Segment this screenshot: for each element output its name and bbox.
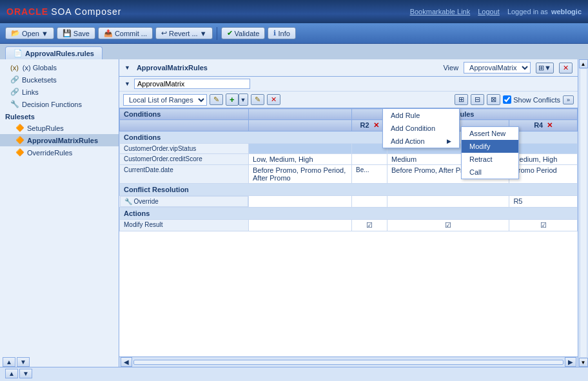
revert-dropdown-icon: ▼ — [200, 30, 207, 37]
sidebar-item-bucketsets[interactable]: 🔗 Bucketsets — [0, 73, 119, 86]
date-r4[interactable]: Promo Period — [509, 165, 578, 184]
vertical-scrollbar-track[interactable] — [580, 68, 587, 358]
credit-score-r2[interactable] — [352, 154, 387, 165]
conditions-values-header — [249, 109, 352, 120]
vip-status-label: CustomerOrder.vipStatus — [120, 144, 249, 154]
action-r4[interactable]: ☑ — [509, 220, 578, 231]
bucketsets-icon: 🔗 — [10, 75, 19, 84]
header-right: Bookmarkable Link Logout Logged in as we… — [410, 8, 582, 15]
sidebar-item-setup-rules[interactable]: 🔶 SetupRules — [0, 122, 119, 134]
add-rule-item[interactable]: Add Rule — [383, 109, 459, 122]
oracle-logo: ORACLESOA Composer — [6, 6, 121, 17]
vip-status-range — [249, 144, 352, 154]
save-button[interactable]: 💾 Save — [57, 27, 95, 39]
sidebar-item-approval-matrix-rules[interactable]: 🔶 ApprovalMatrixRules — [0, 134, 119, 146]
credit-score-r4[interactable]: Medium, High — [509, 154, 578, 165]
collapse-arrow[interactable]: ▼ — [124, 64, 130, 71]
sidebar: (x) (x) Globals 🔗 Bucketsets 🔗 Links 🔧 D… — [0, 59, 119, 367]
add-button[interactable]: + — [226, 93, 239, 106]
call-item[interactable]: Call — [462, 166, 518, 179]
nav-up-button[interactable]: ▲ — [3, 357, 15, 367]
decision-functions-icon: 🔧 — [10, 100, 19, 108]
grid-view-btn1[interactable]: ⊞ — [455, 94, 468, 105]
view-options-button[interactable]: ⊞▼ — [536, 63, 554, 73]
nav-down-button[interactable]: ▼ — [17, 357, 30, 367]
scroll-right-button[interactable]: ▶ — [565, 357, 576, 367]
bottom-scrollbar: ◀ ▶ — [119, 357, 578, 367]
action-col — [249, 220, 352, 231]
sidebar-item-globals[interactable]: (x) (x) Globals — [0, 62, 119, 73]
approval-rules-tab[interactable]: 📄 ApprovalRules.rules — [5, 46, 103, 59]
bottom-nav-up[interactable]: ▲ — [5, 369, 18, 378]
override-r4[interactable]: R5 — [509, 196, 578, 208]
main-toolbar: 📂 Open ▼ 💾 Save 📤 Commit ... ↩ Revert ..… — [0, 23, 588, 44]
validate-button[interactable]: ✔ Validate — [221, 27, 266, 39]
matrix-name-input[interactable] — [134, 79, 250, 89]
logged-in-label: Logged in as weblogic — [507, 8, 582, 15]
action-submenu: Assert New Modify Retract Call — [461, 126, 519, 179]
revert-icon: ↩ — [161, 29, 167, 37]
sidebar-nav-arrows: ▲ ▼ — [0, 356, 119, 367]
add-dropdown-menu: Add Rule Add Condition Add Action ▶ — [382, 108, 460, 148]
credit-score-label: CustomerOrder.creditScore — [120, 154, 249, 165]
commit-icon: 📤 — [104, 29, 113, 37]
rules-header: ▼ ApprovalMatrixRules View ApprovalMatri… — [119, 59, 578, 77]
setup-rules-icon: 🔶 — [15, 124, 24, 132]
actions-section-header: Actions — [120, 208, 578, 220]
info-button[interactable]: ℹ Info — [268, 27, 295, 39]
bottom-bar: ▲ ▼ — [0, 367, 588, 380]
add-dropdown-button[interactable]: ▼ — [239, 93, 248, 106]
expand-button[interactable]: » — [563, 95, 574, 104]
vip-status-r4[interactable] — [509, 144, 578, 154]
logout-link[interactable]: Logout — [478, 8, 500, 15]
horizontal-scrollbar-track[interactable] — [133, 360, 564, 365]
dt-delete-button[interactable]: ✕ — [267, 94, 280, 105]
modify-item[interactable]: Modify — [462, 140, 518, 153]
show-conflicts-group: Show Conflicts — [503, 95, 560, 104]
retract-item[interactable]: Retract — [462, 153, 518, 166]
sidebar-item-override-rules[interactable]: 🔶 OverrideRules — [0, 146, 119, 159]
edit-list-button[interactable]: ✎ — [210, 94, 223, 105]
scroll-down-button[interactable]: ▼ — [579, 358, 588, 367]
matrix-collapse-arrow[interactable]: ▼ — [124, 81, 130, 87]
sidebar-item-decision-functions[interactable]: 🔧 Decision Functions — [0, 98, 119, 110]
delete-view-button[interactable]: ✕ — [559, 63, 573, 73]
assert-new-item[interactable]: Assert New — [462, 127, 518, 140]
bottom-nav-down[interactable]: ▼ — [19, 369, 32, 378]
tab-bar: 📄 ApprovalRules.rules — [0, 44, 588, 59]
sidebar-item-links[interactable]: 🔗 Links — [0, 86, 119, 98]
bottom-nav-arrows: ▲ ▼ — [3, 367, 35, 380]
view-select[interactable]: ApprovalMatrix Default — [464, 62, 531, 73]
r4-delete[interactable]: ✕ — [547, 121, 553, 129]
override-r2[interactable] — [352, 196, 387, 208]
grid-view-btn3[interactable]: ⊠ — [487, 94, 500, 105]
list-type-select[interactable]: Local List of Ranges — [123, 94, 207, 106]
revert-button[interactable]: ↩ Revert ... ▼ — [155, 27, 213, 39]
scroll-up-button[interactable]: ▲ — [579, 59, 588, 68]
scroll-left-button[interactable]: ◀ — [121, 357, 132, 367]
dt-pencil-button[interactable]: ✎ — [251, 94, 264, 105]
empty-header-1 — [120, 120, 249, 132]
main-container: (x) (x) Globals 🔗 Bucketsets 🔗 Links 🔧 D… — [0, 59, 588, 367]
date-r2[interactable]: Be... — [352, 165, 387, 184]
action-submenu-arrow: ▶ — [447, 138, 451, 144]
matrix-name-row: ▼ — [119, 77, 578, 92]
bookmarkable-link[interactable]: Bookmarkable Link — [410, 8, 471, 15]
add-button-group: + ▼ — [226, 93, 248, 106]
add-action-item[interactable]: Add Action ▶ — [383, 135, 459, 148]
action-r3[interactable]: ☑ — [387, 220, 509, 231]
commit-button[interactable]: 📤 Commit ... — [98, 27, 153, 39]
r2-delete[interactable]: ✕ — [373, 121, 379, 129]
info-icon: ℹ — [273, 29, 276, 37]
vertical-scrollbar: ▲ ▼ — [578, 59, 588, 367]
show-conflicts-checkbox[interactable] — [503, 95, 511, 104]
open-dropdown-icon: ▼ — [41, 30, 48, 37]
action-r2[interactable]: ☑ — [352, 220, 387, 231]
links-icon: 🔗 — [10, 88, 19, 96]
dt-toolbar: Local List of Ranges ✎ + ▼ ✎ ✕ ⊞ ⊟ ⊠ — [119, 92, 578, 108]
grid-view-btn2[interactable]: ⊟ — [471, 94, 484, 105]
add-condition-item[interactable]: Add Condition — [383, 122, 459, 135]
open-button[interactable]: 📂 Open ▼ — [5, 27, 54, 39]
toolbar-separator — [217, 27, 217, 40]
override-r3[interactable] — [387, 196, 509, 208]
